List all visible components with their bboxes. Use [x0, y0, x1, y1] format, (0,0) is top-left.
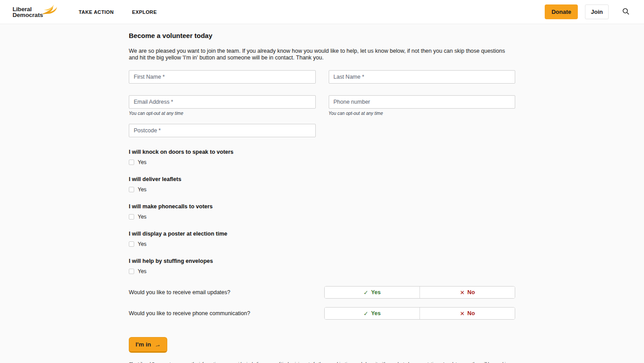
page-title: Become a volunteer today: [129, 32, 515, 39]
phone-communication-toggle: ✓ Yes ✕ No: [324, 307, 515, 320]
submit-label: I'm in: [136, 341, 151, 348]
nav-take-action[interactable]: TAKE ACTION: [79, 9, 114, 15]
yes-checkbox-row[interactable]: Yes: [129, 214, 515, 220]
checkbox-option-label[interactable]: Yes: [138, 241, 147, 247]
phone-optout-hint: You can opt-out at any time: [329, 111, 516, 116]
yes-label: Yes: [371, 289, 381, 295]
yes-checkbox-row[interactable]: Yes: [129, 268, 515, 274]
yes-checkbox-row[interactable]: Yes: [129, 241, 515, 247]
question-stuffing-envelopes: I will help by stuffing envelopes Yes: [129, 258, 515, 274]
email-updates-question: Would you like to receive email updates?: [129, 289, 324, 295]
question-display-poster: I will display a poster at election time…: [129, 231, 515, 247]
search-button[interactable]: [622, 8, 630, 17]
volunteer-form: Become a volunteer today We are so pleas…: [129, 24, 515, 363]
question-label: I will make phonecalls to voters: [129, 203, 515, 210]
arrow-right-icon: →: [153, 340, 161, 349]
intro-text: We are so pleased you want to join the t…: [129, 48, 515, 61]
logo-text: Liberal Democrats: [13, 6, 43, 18]
check-icon: ✓: [364, 289, 369, 296]
phone-cell: You can opt-out at any time: [329, 95, 516, 112]
last-name-input[interactable]: [329, 70, 516, 84]
question-knock-doors: I will knock on doors to speak to voters…: [129, 149, 515, 165]
checkbox-option-label[interactable]: Yes: [138, 159, 147, 165]
email-cell: You can opt-out at any time: [129, 95, 316, 112]
email-updates-yes-button[interactable]: ✓ Yes: [325, 287, 419, 298]
libdems-logo[interactable]: Liberal Democrats: [13, 6, 58, 18]
checkbox-option-label[interactable]: Yes: [138, 214, 147, 220]
logo-line1: Liberal: [13, 6, 43, 12]
question-label: I will display a poster at election time: [129, 231, 515, 237]
first-name-cell: [129, 70, 316, 84]
email-updates-toggle: ✓ Yes ✕ No: [324, 286, 515, 299]
logo-line2: Democrats: [13, 12, 43, 18]
email-input[interactable]: [129, 95, 316, 109]
email-updates-no-button[interactable]: ✕ No: [419, 287, 515, 298]
question-label: I will deliver leaflets: [129, 176, 515, 182]
no-label: No: [467, 289, 475, 295]
donate-button[interactable]: Donate: [545, 4, 578, 19]
phone-communication-yes-button[interactable]: ✓ Yes: [325, 308, 419, 319]
phone-communication-question: Would you like to receive phone communic…: [129, 310, 324, 317]
yes-checkbox[interactable]: [129, 160, 134, 165]
yes-checkbox[interactable]: [129, 269, 134, 274]
yes-checkbox[interactable]: [129, 241, 134, 247]
phone-communication-no-button[interactable]: ✕ No: [419, 308, 515, 319]
question-label: I will help by stuffing envelopes: [129, 258, 515, 264]
question-deliver-leaflets: I will deliver leaflets Yes: [129, 176, 515, 193]
cross-icon: ✕: [460, 289, 465, 296]
main-nav: TAKE ACTION EXPLORE: [79, 9, 157, 15]
nav-explore[interactable]: EXPLORE: [132, 9, 157, 15]
email-optout-hint: You can opt-out at any time: [129, 111, 316, 116]
phone-communication-row: Would you like to receive phone communic…: [129, 307, 515, 320]
yes-label: Yes: [371, 310, 381, 317]
search-icon: [622, 8, 630, 17]
question-label: I will knock on doors to speak to voters: [129, 149, 515, 155]
yes-checkbox-row[interactable]: Yes: [129, 186, 515, 193]
postcode-cell: [129, 124, 316, 137]
communication-preferences-section: Would you like to receive email updates?…: [129, 286, 515, 320]
checkbox-option-label[interactable]: Yes: [138, 268, 147, 274]
join-button[interactable]: Join: [585, 4, 609, 19]
question-phonecalls: I will make phonecalls to voters Yes: [129, 203, 515, 220]
contact-fields-grid: You can opt-out at any time You can opt-…: [129, 70, 515, 137]
yes-checkbox[interactable]: [129, 187, 134, 192]
cross-icon: ✕: [460, 310, 465, 317]
postcode-input[interactable]: [129, 124, 316, 137]
yes-checkbox-row[interactable]: Yes: [129, 159, 515, 165]
first-name-input[interactable]: [129, 70, 316, 84]
im-in-submit-button[interactable]: I'm in →: [129, 337, 167, 353]
phone-input[interactable]: [329, 95, 516, 109]
last-name-cell: [329, 70, 516, 84]
privacy-notice: The Liberal Democrats may use the inform…: [129, 361, 515, 363]
yes-checkbox[interactable]: [129, 214, 134, 219]
check-icon: ✓: [364, 310, 369, 317]
postcode-empty-cell: [329, 124, 516, 137]
checkbox-option-label[interactable]: Yes: [138, 186, 147, 193]
email-updates-row: Would you like to receive email updates?…: [129, 286, 515, 299]
no-label: No: [467, 310, 475, 317]
libdem-bird-icon: [41, 4, 58, 18]
top-header: Liberal Democrats TAKE ACTION EXPLORE Do…: [0, 0, 644, 24]
volunteer-options-section: I will knock on doors to speak to voters…: [129, 149, 515, 274]
